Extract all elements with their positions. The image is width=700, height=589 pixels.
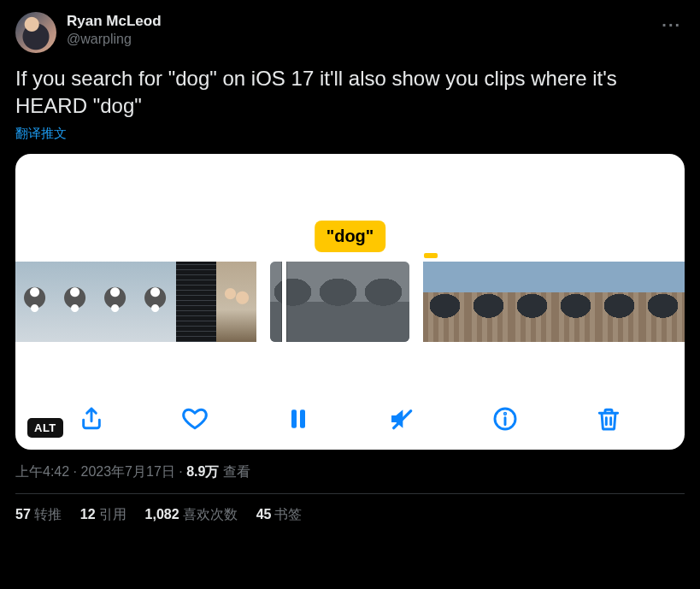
retweets-stat[interactable]: 57转推 [15, 506, 62, 524]
clip-thumbnail [315, 262, 361, 342]
handle: @warpling [67, 31, 648, 49]
more-icon[interactable]: ··· [658, 12, 685, 38]
media-card[interactable]: "dog" [15, 154, 685, 450]
clip-thumbnail [406, 262, 409, 342]
mute-icon[interactable] [386, 403, 417, 434]
quotes-stat[interactable]: 12引用 [80, 506, 126, 524]
clip-thumbnail [270, 262, 315, 342]
media-toolbar [15, 403, 685, 434]
svg-rect-0 [291, 409, 297, 427]
svg-rect-1 [300, 409, 305, 427]
tweet-header: Ryan McLeod @warpling ··· [15, 12, 685, 53]
clip-thumbnail [510, 262, 554, 342]
avatar[interactable] [15, 12, 56, 53]
meta-line: 上午4:42 · 2023年7月17日 · 8.9万 查看 [15, 463, 685, 481]
share-icon[interactable] [76, 403, 107, 434]
clip-thumbnail [554, 262, 597, 342]
clip-thumbnail [176, 262, 216, 342]
stats-row: 57转推 12引用 1,082喜欢次数 45书签 [15, 506, 685, 524]
info-icon[interactable] [490, 403, 521, 434]
views-count: 8.9万 [186, 464, 219, 479]
clip-group[interactable] [423, 262, 685, 342]
clip-group[interactable] [15, 262, 256, 342]
clip-thumbnail [136, 262, 176, 342]
trash-icon[interactable] [593, 403, 624, 434]
svg-point-4 [505, 413, 506, 414]
clip-thumbnail [56, 262, 96, 342]
clip-thumbnail [423, 262, 467, 342]
clip-thumbnail [641, 262, 685, 342]
tweet-date[interactable]: 2023年7月17日 [80, 464, 174, 479]
clip-thumbnail [15, 262, 56, 342]
clip-thumbnail [467, 262, 510, 342]
clip-thumbnail [96, 262, 136, 342]
search-term-tooltip: "dog" [315, 221, 386, 252]
clip-thumbnail [597, 262, 641, 342]
scrubber-marker [424, 253, 438, 258]
alt-badge[interactable]: ALT [27, 418, 63, 438]
divider [15, 493, 685, 494]
tweet-text: If you search for "dog" on iOS 17 it'll … [15, 65, 685, 121]
clips-row [15, 262, 685, 342]
views-label: 查看 [223, 464, 250, 479]
tweet-time[interactable]: 上午4:42 [15, 464, 69, 479]
tweet: Ryan McLeod @warpling ··· If you search … [15, 12, 685, 524]
display-name: Ryan McLeod [67, 12, 648, 31]
likes-stat[interactable]: 1,082喜欢次数 [145, 506, 238, 524]
clip-group[interactable] [270, 262, 409, 342]
clip-thumbnail [216, 262, 256, 342]
pause-icon[interactable] [283, 403, 314, 434]
playhead[interactable] [282, 262, 286, 342]
bookmarks-stat[interactable]: 45书签 [256, 506, 303, 524]
clip-thumbnail [361, 262, 406, 342]
author-block[interactable]: Ryan McLeod @warpling [67, 12, 648, 49]
heart-icon[interactable] [179, 403, 210, 434]
translate-link[interactable]: 翻译推文 [15, 126, 67, 142]
